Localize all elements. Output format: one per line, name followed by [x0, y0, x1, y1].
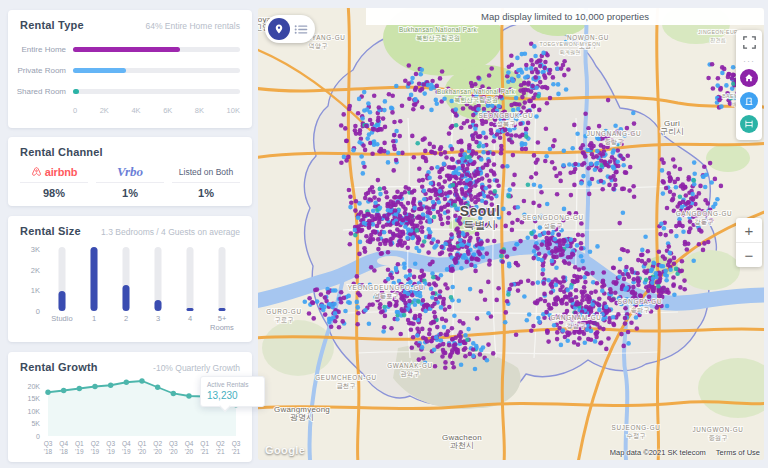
property-dot[interactable]	[685, 247, 690, 252]
property-dot[interactable]	[505, 254, 510, 259]
property-dot[interactable]	[537, 320, 542, 325]
property-dot[interactable]	[626, 341, 631, 346]
property-dot[interactable]	[514, 332, 519, 337]
property-dot[interactable]	[422, 189, 427, 194]
property-dot[interactable]	[492, 172, 497, 177]
property-dot[interactable]	[377, 105, 382, 110]
property-dot[interactable]	[382, 214, 387, 219]
property-dot[interactable]	[364, 192, 369, 197]
property-dot[interactable]	[556, 92, 561, 97]
property-dot[interactable]	[631, 184, 636, 189]
property-dot[interactable]	[368, 110, 373, 115]
property-dot[interactable]	[394, 129, 399, 134]
property-dot[interactable]	[346, 294, 351, 299]
property-dot[interactable]	[410, 293, 415, 298]
location-pin-button[interactable]	[268, 18, 290, 40]
property-dot[interactable]	[416, 235, 421, 240]
property-dot[interactable]	[511, 182, 516, 187]
fullscreen-button[interactable]	[743, 35, 756, 53]
property-dot[interactable]	[392, 133, 397, 138]
property-dot[interactable]	[587, 300, 592, 305]
property-dot[interactable]	[572, 274, 577, 279]
property-dot[interactable]	[558, 246, 563, 251]
property-dot[interactable]	[333, 311, 338, 316]
property-dot[interactable]	[678, 194, 683, 199]
property-dot[interactable]	[343, 126, 348, 131]
property-dot[interactable]	[361, 143, 366, 148]
property-dot[interactable]	[439, 167, 444, 172]
property-dot[interactable]	[344, 138, 349, 143]
property-dot[interactable]	[629, 321, 634, 326]
property-dot[interactable]	[575, 131, 580, 136]
property-dot[interactable]	[681, 200, 686, 205]
property-dot[interactable]	[532, 153, 537, 158]
property-dot[interactable]	[478, 352, 483, 357]
property-dot[interactable]	[450, 124, 455, 129]
property-dot[interactable]	[459, 266, 464, 271]
property-dot[interactable]	[403, 225, 408, 230]
property-dot[interactable]	[564, 87, 569, 92]
property-dot[interactable]	[565, 243, 570, 248]
property-dot[interactable]	[398, 134, 403, 139]
property-dot[interactable]	[473, 367, 478, 372]
property-dot[interactable]	[468, 194, 473, 199]
property-dot[interactable]	[429, 286, 434, 291]
property-dot[interactable]	[562, 148, 567, 153]
property-dot[interactable]	[572, 170, 577, 175]
property-dot[interactable]	[415, 141, 420, 146]
property-dot[interactable]	[514, 261, 519, 266]
property-dot[interactable]	[544, 154, 549, 159]
property-dot[interactable]	[657, 249, 662, 254]
property-dot[interactable]	[339, 290, 344, 295]
property-dot[interactable]	[454, 123, 459, 128]
property-dot[interactable]	[507, 64, 512, 69]
property-dot[interactable]	[357, 97, 362, 102]
property-dot[interactable]	[667, 259, 672, 264]
property-dot[interactable]	[392, 120, 397, 125]
property-dot[interactable]	[478, 134, 483, 139]
property-dot[interactable]	[572, 183, 577, 188]
property-dot[interactable]	[520, 52, 525, 57]
property-dot[interactable]	[617, 275, 622, 280]
property-dot[interactable]	[411, 335, 416, 340]
property-dot[interactable]	[474, 257, 479, 262]
property-dot[interactable]	[382, 186, 387, 191]
property-dot[interactable]	[571, 279, 576, 284]
property-dot[interactable]	[548, 96, 553, 101]
property-dot[interactable]	[381, 329, 386, 334]
property-dot[interactable]	[431, 291, 436, 296]
property-dot[interactable]	[530, 281, 535, 286]
property-dot[interactable]	[622, 187, 627, 192]
property-dot[interactable]	[367, 197, 372, 202]
property-dot[interactable]	[442, 325, 447, 330]
property-dot[interactable]	[636, 276, 641, 281]
property-dot[interactable]	[418, 72, 423, 77]
property-dot[interactable]	[394, 302, 399, 307]
property-dot[interactable]	[499, 144, 504, 149]
property-dot[interactable]	[370, 152, 375, 157]
property-dot[interactable]	[388, 303, 393, 308]
property-dot[interactable]	[579, 254, 584, 259]
property-dot[interactable]	[486, 280, 491, 285]
property-dot[interactable]	[370, 185, 375, 190]
property-dot[interactable]	[363, 148, 368, 153]
property-dot[interactable]	[579, 181, 584, 186]
property-dot[interactable]	[682, 287, 687, 292]
property-dot[interactable]	[522, 81, 527, 86]
property-dot[interactable]	[394, 268, 399, 273]
property-dot[interactable]	[450, 285, 455, 290]
property-dot[interactable]	[441, 350, 446, 355]
property-dot[interactable]	[461, 106, 466, 111]
property-dot[interactable]	[559, 343, 564, 348]
property-dot[interactable]	[671, 197, 676, 202]
property-dot[interactable]	[450, 348, 455, 353]
property-dot[interactable]	[355, 300, 360, 305]
property-dot[interactable]	[529, 328, 534, 333]
property-dot[interactable]	[716, 76, 721, 81]
property-dot[interactable]	[371, 127, 376, 132]
property-dot[interactable]	[378, 302, 383, 307]
property-dot[interactable]	[311, 301, 316, 306]
property-dot[interactable]	[400, 104, 405, 109]
property-dot[interactable]	[467, 239, 472, 244]
property-dot[interactable]	[418, 313, 423, 318]
